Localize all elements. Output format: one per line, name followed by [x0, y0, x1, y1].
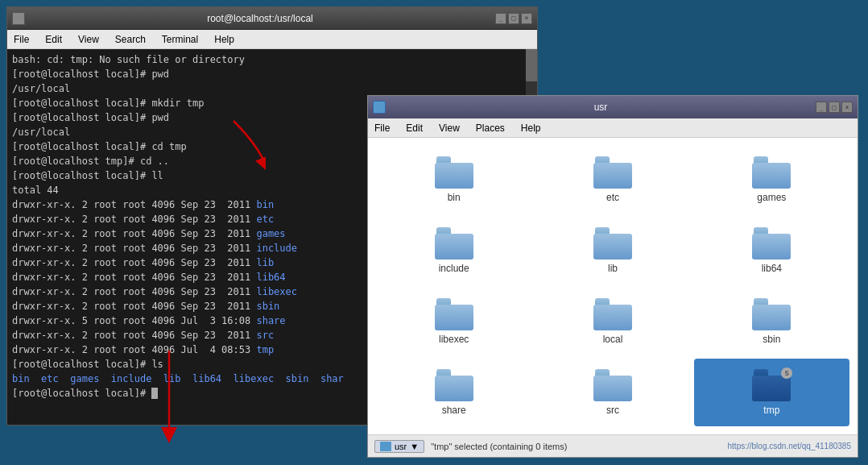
terminal-close-btn[interactable]: ×: [521, 13, 532, 24]
fm-url: https://blog.csdn.net/qq_41180385: [728, 442, 851, 450]
fm-titlebar: usr _ □ ×: [368, 96, 858, 118]
fm-folder-include-label: include: [439, 263, 469, 274]
fm-title: usr: [386, 102, 816, 113]
terminal-menu-terminal[interactable]: Terminal: [159, 32, 201, 47]
fm-window-buttons: _ □ ×: [816, 102, 853, 113]
folder-icon-lib64: [752, 227, 791, 259]
fm-folder-include[interactable]: include: [376, 217, 531, 284]
fm-status-text: "tmp" selected (containing 0 items): [431, 442, 721, 451]
terminal-window-buttons: _ □ ×: [495, 13, 532, 24]
terminal-menu-view[interactable]: View: [75, 32, 102, 47]
fm-menu-edit[interactable]: Edit: [403, 121, 426, 135]
fm-folder-bin-label: bin: [448, 192, 461, 203]
terminal-icon: [12, 12, 25, 25]
folder-icon-bin: [435, 156, 473, 189]
fm-folder-tmp[interactable]: 5 tmp: [694, 359, 849, 426]
folder-icon-games: [752, 156, 791, 189]
fm-folder-libexec[interactable]: libexec: [376, 288, 531, 355]
filemanager-window: usr _ □ × File Edit View Places Help bin: [367, 95, 858, 458]
terminal-menu-file[interactable]: File: [10, 32, 32, 47]
fm-folder-tmp-label: tmp: [763, 405, 779, 416]
fm-folder-local-label: local: [603, 334, 623, 345]
fm-location-button[interactable]: usr ▼: [374, 440, 424, 453]
terminal-scrollbar-thumb[interactable]: [526, 49, 537, 81]
fm-folder-share-label: share: [442, 405, 466, 416]
fm-folder-games[interactable]: games: [694, 146, 849, 214]
fm-maximize-btn[interactable]: □: [829, 102, 840, 113]
fm-minimize-btn[interactable]: _: [816, 102, 827, 113]
terminal-maximize-btn[interactable]: □: [508, 13, 519, 24]
fm-statusbar: usr ▼ "tmp" selected (containing 0 items…: [368, 434, 858, 457]
folder-icon-etc: [593, 156, 632, 189]
fm-folder-sbin-label: sbin: [763, 334, 780, 345]
fm-menu-help[interactable]: Help: [518, 121, 544, 135]
fm-folder-bin[interactable]: bin: [376, 146, 531, 214]
fm-folder-lib[interactable]: lib: [535, 217, 690, 284]
fm-menubar: File Edit View Places Help: [368, 118, 858, 138]
terminal-menu-edit[interactable]: Edit: [42, 32, 65, 47]
fm-folder-src-label: src: [606, 405, 619, 416]
fm-content: bin etc games include: [368, 138, 858, 434]
fm-menu-file[interactable]: File: [371, 121, 393, 135]
terminal-title: root@localhost:/usr/local: [25, 13, 495, 24]
folder-icon-local: [593, 298, 632, 330]
fm-folder-sbin[interactable]: sbin: [694, 288, 849, 355]
fm-folder-lib64[interactable]: lib64: [694, 217, 849, 284]
terminal-menu-search[interactable]: Search: [112, 32, 149, 47]
fm-folder-etc[interactable]: etc: [535, 146, 690, 214]
fm-location-icon: [380, 442, 391, 451]
fm-close-btn[interactable]: ×: [841, 102, 853, 113]
folder-icon-share: [435, 369, 473, 401]
fm-folder-etc-label: etc: [606, 192, 619, 203]
fm-folder-games-label: games: [757, 192, 786, 203]
fm-menu-view[interactable]: View: [436, 121, 463, 135]
fm-menu-places[interactable]: Places: [473, 121, 508, 135]
folder-icon-libexec: [435, 298, 473, 330]
terminal-titlebar: root@localhost:/usr/local _ □ ×: [7, 7, 537, 30]
folder-icon-sbin: [752, 298, 791, 330]
fm-folder-share[interactable]: share: [376, 359, 531, 426]
folder-icon-src: [593, 369, 632, 401]
fm-folder-lib64-label: lib64: [762, 263, 782, 274]
terminal-menubar: File Edit View Search Terminal Help: [7, 30, 537, 49]
fm-folder-libexec-label: libexec: [439, 334, 469, 345]
tmp-badge: 5: [781, 367, 792, 379]
folder-icon-include: [435, 227, 473, 259]
fm-location-dropdown-icon: ▼: [410, 442, 419, 451]
fm-location-label: usr: [395, 442, 407, 451]
terminal-minimize-btn[interactable]: _: [495, 13, 506, 24]
terminal-menu-help[interactable]: Help: [211, 32, 238, 47]
fm-folder-lib-label: lib: [608, 263, 618, 274]
fm-folder-local[interactable]: local: [535, 288, 690, 355]
fm-folder-src[interactable]: src: [535, 359, 690, 426]
fm-titlebar-icon: [373, 101, 386, 114]
folder-icon-lib: [593, 227, 632, 259]
folder-icon-tmp: 5: [752, 369, 791, 401]
